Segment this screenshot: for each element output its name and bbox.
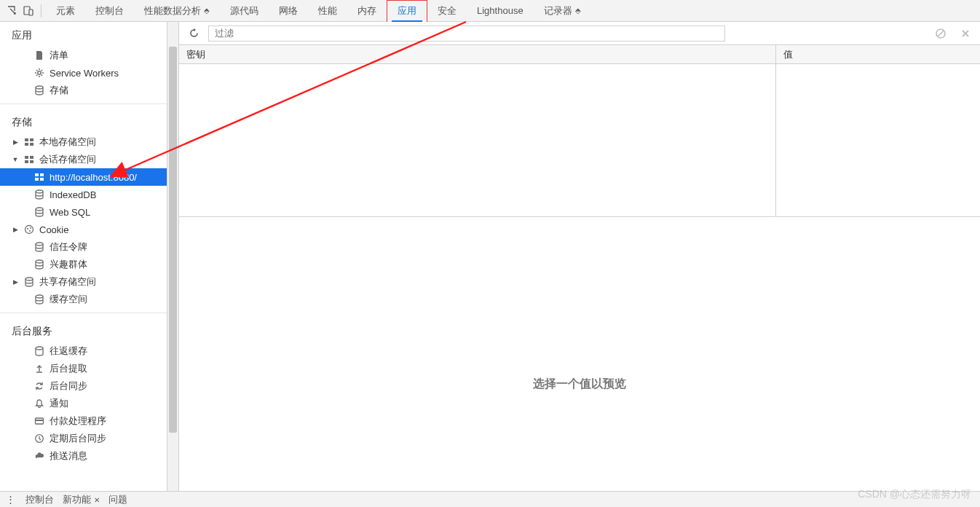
drawer-tab-issues[interactable]: 问题 [108,493,127,506]
inspect-icon[interactable] [4,3,20,19]
tab-label: 记录器 [544,4,572,17]
tab-console[interactable]: 控制台 [85,0,134,22]
sidebar-item-push-messaging[interactable]: 推送消息 [0,447,167,465]
preview-empty-message: 选择一个值以预览 [533,377,626,392]
sync-icon [33,380,45,392]
expand-arrow-icon[interactable]: ▶ [12,278,19,286]
section-background-services: 后台服务 [0,318,167,342]
tab-label: 元素 [56,4,75,17]
svg-point-26 [36,347,43,350]
svg-point-25 [36,295,43,298]
svg-rect-10 [25,160,28,163]
sidebar-item-local-storage[interactable]: ▶ 本地存储空间 [0,133,167,151]
tab-elements[interactable]: 元素 [46,0,85,22]
svg-point-18 [25,226,33,234]
svg-point-19 [27,228,28,229]
tab-performance-insights[interactable]: 性能数据分析⬘ [134,0,220,22]
storage-table-body[interactable] [179,64,776,217]
tab-memory[interactable]: 内存 [347,0,387,22]
sidebar-item-label: 清单 [50,49,68,62]
database-icon [23,276,35,288]
column-header-value[interactable]: 值 [776,45,980,63]
sidebar-item-service-workers[interactable]: Service Workers [0,64,167,82]
sidebar-item-label: 本地存储空间 [39,135,96,149]
device-toggle-icon[interactable] [20,3,36,19]
storage-toolbar [179,22,980,45]
sidebar-item-label: 定期后台同步 [50,432,106,445]
sidebar-item-label: 通知 [50,397,68,410]
tab-sources[interactable]: 源代码 [220,0,269,22]
drawer-tab-console[interactable]: 控制台 [25,493,54,506]
database-icon [33,294,45,305]
sidebar-item-cookies[interactable]: ▶ Cookie [0,221,167,238]
grid-icon [23,136,35,148]
sidebar-item-label: Service Workers [50,68,119,79]
tab-recorder[interactable]: 记录器⬘ [534,0,591,22]
svg-rect-1 [29,9,33,15]
clock-icon [33,433,45,444]
filter-input[interactable] [208,25,725,42]
svg-point-2 [38,71,41,74]
sidebar-item-shared-storage[interactable]: ▶ 共享存储空间 [0,273,167,291]
sidebar-item-storage-overview[interactable]: 存储 [0,82,167,99]
tab-lighthouse[interactable]: Lighthouse [467,0,534,22]
storage-value-column[interactable] [776,64,980,217]
sidebar-item-session-storage[interactable]: ▼ 会话存储空间 [0,151,167,168]
svg-rect-28 [36,420,44,421]
section-storage: 存储 [0,109,167,133]
sidebar-item-label: Cookie [39,224,68,235]
svg-point-23 [36,260,43,263]
sidebar-item-bg-sync[interactable]: 后台同步 [0,377,167,395]
tab-label: 源代码 [230,4,258,17]
drawer-tabs: ⋮ 控制台 新功能 ✕ 问题 [0,491,980,507]
svg-rect-7 [30,143,33,146]
sidebar-item-bg-fetch[interactable]: 后台提取 [0,360,167,377]
sidebar-item-periodic-bg-sync[interactable]: 定期后台同步 [0,430,167,447]
cookie-icon [23,224,35,235]
sidebar-item-trust-tokens[interactable]: 信任令牌 [0,238,167,256]
collapse-arrow-icon[interactable]: ▼ [12,156,19,163]
svg-point-21 [29,230,31,232]
sidebar-scrollbar[interactable] [167,22,179,491]
refresh-button[interactable] [185,25,202,42]
tab-label: 控制台 [95,4,124,17]
sidebar-item-interest-groups[interactable]: 兴趣群体 [0,256,167,273]
sidebar-item-indexeddb[interactable]: IndexedDB [0,186,167,203]
tab-label: 性能 [318,4,337,17]
sidebar-item-manifest[interactable]: 清单 [0,47,167,64]
sidebar-item-websql[interactable]: Web SQL [0,203,167,221]
sidebar-item-label: 存储 [50,84,68,97]
drawer-menu-icon[interactable]: ⋮ [6,494,17,505]
expand-arrow-icon[interactable]: ▶ [12,138,19,146]
expand-arrow-icon[interactable]: ▶ [12,226,19,233]
preview-marker-icon: ⬘ [575,7,581,15]
sidebar-item-cache-storage[interactable]: 缓存空间 [0,291,167,308]
preview-pane: 选择一个值以预览 [179,278,980,491]
upload-icon [33,363,45,374]
sidebar-item-label: 付款处理程序 [50,414,106,428]
svg-rect-5 [30,138,33,141]
sidebar-item-notifications[interactable]: 通知 [0,395,167,412]
tab-performance[interactable]: 性能 [308,0,347,22]
tab-network[interactable]: 网络 [269,0,308,22]
drawer-tab-whats-new[interactable]: 新功能 ✕ [63,493,100,506]
delete-all-button[interactable] [932,25,949,42]
svg-point-22 [36,243,43,245]
database-icon [33,84,45,96]
sidebar-item-label: 会话存储空间 [39,153,96,166]
sidebar-item-label: Web SQL [50,207,90,218]
sidebar-item-label: 推送消息 [50,449,87,463]
sidebar-item-label: 后台提取 [50,362,87,375]
tab-security[interactable]: 安全 [427,0,467,22]
sidebar-item-session-origin[interactable]: http://localhost:8080/ [0,168,167,186]
delete-selected-button[interactable] [957,25,974,42]
sidebar-item-payment-handler[interactable]: 付款处理程序 [0,412,167,430]
gear-icon [33,67,45,79]
column-header-key[interactable]: 密钥 [179,45,776,63]
svg-rect-9 [30,156,33,159]
tab-application[interactable]: 应用 [387,0,427,22]
sidebar-item-bfcache[interactable]: 往返缓存 [0,342,167,360]
svg-point-20 [30,227,31,229]
divider [0,103,167,104]
svg-rect-11 [30,160,33,163]
